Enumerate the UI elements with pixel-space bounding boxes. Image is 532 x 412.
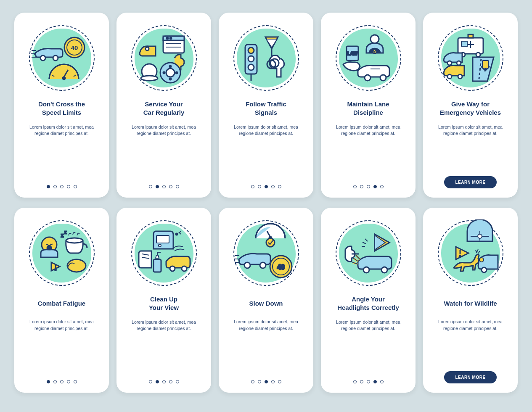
pagination-dot[interactable] <box>47 185 50 188</box>
pagination-dots <box>353 375 384 383</box>
pagination-dot[interactable] <box>360 380 363 383</box>
pagination-dot[interactable] <box>47 380 50 383</box>
card-title: Follow Traffic Signals <box>246 100 286 117</box>
card-title: Service Your Car Regularly <box>143 100 185 117</box>
pagination-dot[interactable] <box>251 185 254 188</box>
pagination-dot[interactable] <box>149 185 152 188</box>
pagination-dot[interactable] <box>278 185 281 188</box>
pagination-dot[interactable] <box>176 185 179 188</box>
pagination-dots <box>149 375 179 383</box>
pagination-dot[interactable] <box>176 380 179 383</box>
svg-point-20 <box>169 78 171 80</box>
card-title: Clean Up Your View <box>149 295 179 312</box>
svg-point-21 <box>163 72 165 74</box>
pagination-dots <box>149 180 179 188</box>
svg-point-37 <box>380 75 386 81</box>
emergency-icon <box>437 24 504 92</box>
card-title: Maintain Lane Discipline <box>347 100 389 117</box>
pagination-dot[interactable] <box>67 380 70 383</box>
pagination-dots <box>251 375 281 383</box>
card-description: Lorem ipsum dolor sit amet, mea regione … <box>328 124 408 180</box>
svg-point-59 <box>55 269 56 271</box>
svg-point-77 <box>363 267 369 273</box>
onboarding-card-emergency-vehicles: Give Way for Emergency VehiclesLorem ips… <box>423 13 518 198</box>
svg-point-66 <box>170 266 175 271</box>
pagination-dot[interactable] <box>156 380 159 383</box>
pagination-dot[interactable] <box>360 185 363 188</box>
onboarding-card-clean-view: Clean Up Your ViewLorem ipsum dolor sit … <box>116 208 211 393</box>
card-title: Combat Fatigue <box>38 295 85 312</box>
svg-text:40: 40 <box>71 44 78 51</box>
card-description: Lorem ipsum dolor sit amet, mea regione … <box>226 124 306 180</box>
svg-point-19 <box>176 72 177 74</box>
card-title: Give Way for Emergency Vehicles <box>440 100 501 117</box>
learn-more-button[interactable]: LEARN MORE <box>444 371 496 383</box>
svg-point-1 <box>53 55 58 61</box>
pagination-dot[interactable] <box>373 380 377 383</box>
card-title: Don't Cross the Speed Limits <box>38 100 85 117</box>
pagination-dot[interactable] <box>271 185 275 188</box>
pagination-dots <box>47 375 77 383</box>
svg-point-49 <box>458 74 462 79</box>
onboarding-card-wildlife: Watch for WildlifeLorem ipsum dolor sit … <box>423 208 518 393</box>
svg-point-84 <box>482 267 487 272</box>
pagination-dot[interactable] <box>278 380 281 383</box>
card-description: Lorem ipsum dolor sit amet, mea regione … <box>22 124 101 180</box>
pagination-dot[interactable] <box>74 185 77 188</box>
svg-point-36 <box>365 75 371 81</box>
pagination-dot[interactable] <box>258 185 261 188</box>
pagination-dots <box>353 180 384 188</box>
pagination-dot[interactable] <box>60 380 64 383</box>
pagination-dot[interactable] <box>149 380 152 383</box>
svg-point-32 <box>371 35 379 43</box>
svg-point-12 <box>170 37 172 39</box>
svg-point-61 <box>159 244 161 247</box>
pagination-dot[interactable] <box>67 185 70 188</box>
pagination-dot[interactable] <box>169 185 172 188</box>
pagination-dot[interactable] <box>53 380 57 383</box>
svg-point-47 <box>457 61 461 65</box>
onboarding-card-slow-down: 40 Slow DownLorem ipsum dolor sit amet, … <box>219 208 313 393</box>
pagination-dot[interactable] <box>156 185 159 188</box>
learn-more-button[interactable]: LEARN MORE <box>444 176 496 188</box>
card-description: Lorem ipsum dolor sit amet, mea regione … <box>124 124 204 180</box>
pagination-dot[interactable] <box>367 185 370 188</box>
pagination-dot[interactable] <box>251 380 254 383</box>
pagination-dot[interactable] <box>373 185 377 188</box>
pagination-dot[interactable] <box>380 380 384 383</box>
card-description: Lorem ipsum dolor sit amet, mea regione … <box>226 319 306 375</box>
svg-point-0 <box>40 55 45 61</box>
pagination-dot[interactable] <box>367 380 370 383</box>
pagination-dot[interactable] <box>258 380 261 383</box>
pagination-dot[interactable] <box>353 380 357 383</box>
svg-rect-40 <box>468 34 473 38</box>
pagination-dot[interactable] <box>380 185 384 188</box>
svg-point-85 <box>479 258 484 262</box>
svg-rect-65 <box>154 259 161 272</box>
svg-point-67 <box>182 266 187 271</box>
pagination-dot[interactable] <box>74 380 77 383</box>
pagination-dot[interactable] <box>60 185 64 188</box>
svg-point-81 <box>478 234 482 238</box>
wildlife-icon <box>437 219 504 287</box>
card-description: Lorem ipsum dolor sit amet, mea regione … <box>124 319 204 375</box>
svg-point-15 <box>146 47 149 50</box>
svg-point-18 <box>169 66 171 67</box>
card-title: Slow Down <box>249 295 283 312</box>
pagination-dot[interactable] <box>162 185 166 188</box>
pagination-dot[interactable] <box>265 380 268 383</box>
slow-down-icon: 40 <box>233 219 300 287</box>
svg-point-6 <box>63 77 65 79</box>
card-title: Watch for Wildlife <box>444 295 497 312</box>
card-title: Angle Your Headlights Correctly <box>337 295 399 312</box>
svg-text:z: z <box>64 230 66 235</box>
pagination-dot[interactable] <box>162 380 166 383</box>
pagination-dot[interactable] <box>265 185 268 188</box>
pagination-dot[interactable] <box>271 380 275 383</box>
pagination-dot[interactable] <box>53 185 57 188</box>
onboarding-card-headlights: Angle Your Headlights CorrectlyLorem ips… <box>321 208 416 393</box>
pagination-dots <box>47 180 77 188</box>
lane-discipline-icon: LAW <box>335 24 402 92</box>
pagination-dot[interactable] <box>169 380 172 383</box>
pagination-dot[interactable] <box>353 185 357 188</box>
